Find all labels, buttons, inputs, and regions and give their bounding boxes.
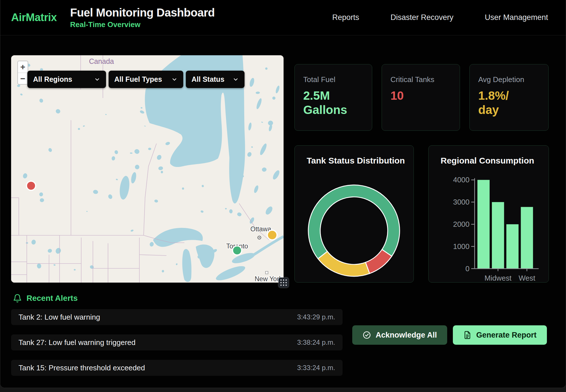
donut-segment-warning [318, 251, 370, 276]
nav-item-reports[interactable]: Reports [332, 13, 359, 22]
x-axis-tick-label: Midwest [484, 274, 512, 282]
y-axis-tick-label: 2000 [453, 220, 470, 228]
stat-card-total-fuel: Total Fuel 2.5M Gallons [294, 64, 372, 131]
status-filter-dropdown[interactable]: All Status [186, 71, 245, 88]
fuel-type-filter-value: All Fuel Types [114, 75, 162, 83]
region-filter-dropdown[interactable]: All Regions [27, 71, 106, 88]
map-canvas[interactable]: CanadaOttawaTorontoNew York [11, 55, 284, 283]
alert-list-item: Tank 2: Low fuel warning 3:43:29 p.m. [11, 309, 343, 325]
bell-icon [13, 294, 22, 303]
button-label: Acknowledge All [376, 331, 437, 340]
map-label-canada: Canada [89, 57, 114, 65]
tank-status-chart-card: Tank Status Distribution [294, 145, 414, 283]
y-axis-tick-label: 4000 [453, 176, 470, 184]
drag-handle-icon[interactable] [278, 277, 289, 288]
main-nav: Reports Disaster Recovery User Managemen… [332, 13, 566, 22]
title-block: Fuel Monitoring Dashboard Real-Time Over… [70, 6, 215, 29]
stat-value: 10 [390, 89, 451, 103]
new-york-poi-icon [266, 271, 268, 274]
tank-status-donut-chart [295, 146, 414, 282]
alerts-title: Recent Alerts [27, 294, 78, 303]
map-filters: All Regions All Fuel Types All Status [27, 71, 245, 88]
stat-label: Critical Tanks [390, 75, 451, 84]
alert-list-item: Tank 27: Low fuel warning triggered 3:38… [11, 334, 343, 350]
check-circle-icon [363, 331, 371, 339]
donut-segment-normal [308, 185, 400, 259]
nav-item-disaster-recovery[interactable]: Disaster Recovery [390, 13, 453, 22]
y-axis-tick-label: 3000 [453, 198, 470, 206]
stat-label: Avg Depletion [478, 75, 540, 84]
alert-message: Tank 2: Low fuel warning [19, 313, 100, 322]
donut-segment-critical [365, 250, 392, 273]
chevron-down-icon [94, 76, 100, 83]
y-axis-tick-label: 1000 [453, 242, 470, 250]
page-title: Fuel Monitoring Dashboard [70, 6, 215, 19]
stats-row: Total Fuel 2.5M Gallons Critical Tanks 1… [294, 64, 553, 131]
stat-card-avg-depletion: Avg Depletion 1.8%/ day [469, 64, 549, 131]
alerts-list: Tank 2: Low fuel warning 3:43:29 p.m. Ta… [11, 309, 343, 376]
zoom-out-button[interactable]: − [18, 73, 28, 84]
map-zoom-control: + − [17, 61, 28, 85]
page-subtitle: Real-Time Overview [70, 20, 215, 29]
chart-title: Tank Status Distribution [307, 156, 405, 166]
stat-value: 1.8%/ day [478, 89, 540, 117]
tank-marker-normal[interactable] [233, 246, 242, 255]
region-filter-value: All Regions [33, 75, 72, 83]
alert-timestamp: 3:43:29 p.m. [297, 313, 335, 321]
acknowledge-all-button[interactable]: Acknowledge All [352, 325, 447, 345]
map-svg[interactable]: CanadaOttawaTorontoNew York [11, 55, 284, 283]
brand-logo: AirMatrix [0, 11, 70, 24]
status-filter-value: All Status [192, 75, 224, 83]
stat-label: Total Fuel [303, 75, 363, 84]
zoom-in-button[interactable]: + [18, 61, 28, 73]
button-label: Generate Report [476, 331, 537, 340]
tank-marker-critical[interactable] [27, 181, 36, 190]
regional-consumption-chart-card: 01000200030004000MidwestWest Regional Co… [428, 145, 549, 283]
regional-consumption-bar-chart: 01000200030004000MidwestWest [429, 146, 549, 282]
alert-message: Tank 27: Low fuel warning triggered [19, 338, 135, 347]
stat-value: 2.5M Gallons [303, 89, 363, 117]
alert-timestamp: 3:33:24 p.m. [297, 364, 335, 372]
app-header: AirMatrix Fuel Monitoring Dashboard Real… [0, 0, 566, 35]
bar-south [506, 224, 519, 269]
nav-item-user-management[interactable]: User Management [485, 13, 548, 22]
main-content: CanadaOttawaTorontoNew York + − All Regi… [0, 35, 566, 388]
bar-west [521, 207, 533, 268]
x-axis-tick-label: West [519, 274, 535, 282]
bar-northeast [477, 180, 490, 269]
charts-row: Tank Status Distribution 010002000300040… [294, 145, 553, 283]
alert-list-item: Tank 15: Pressure threshold exceeded 3:3… [11, 360, 343, 376]
chevron-down-icon [171, 76, 178, 83]
y-axis-tick-label: 0 [465, 265, 469, 273]
stat-card-critical-tanks: Critical Tanks 10 [382, 64, 460, 131]
bar-midwest [492, 202, 504, 269]
tank-marker-warning[interactable] [267, 230, 277, 240]
alert-message: Tank 15: Pressure threshold exceeded [19, 364, 145, 372]
chart-title: Regional Consumption [441, 156, 534, 166]
fuel-type-filter-dropdown[interactable]: All Fuel Types [109, 71, 183, 88]
alerts-header: Recent Alerts [13, 294, 78, 303]
chevron-down-icon [233, 76, 239, 83]
map-panel: CanadaOttawaTorontoNew York + − All Regi… [11, 55, 284, 283]
document-icon [463, 331, 472, 339]
right-column: Total Fuel 2.5M Gallons Critical Tanks 1… [294, 64, 553, 283]
generate-report-button[interactable]: Generate Report [453, 325, 547, 345]
dashboard-app: AirMatrix Fuel Monitoring Dashboard Real… [0, 0, 566, 388]
alert-timestamp: 3:38:24 p.m. [297, 338, 335, 346]
alert-actions: Acknowledge All Generate Report [352, 325, 547, 345]
